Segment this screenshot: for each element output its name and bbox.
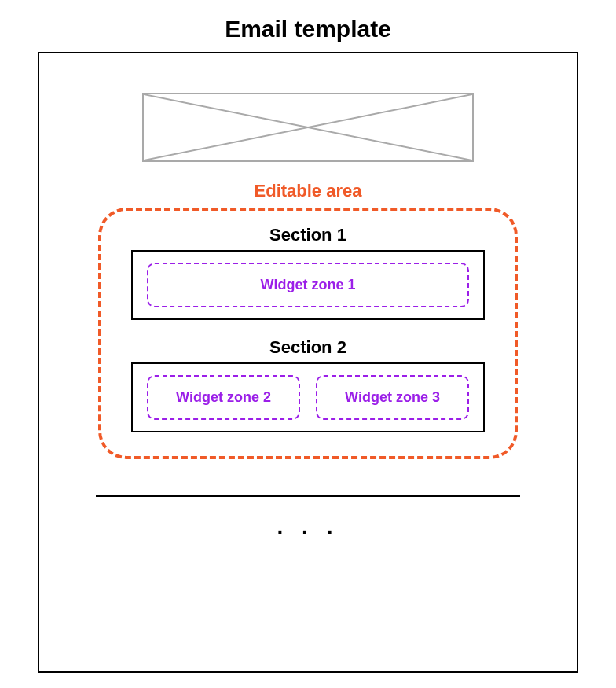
widget-zone-1: Widget zone 1 — [147, 263, 469, 307]
widget-zone-3: Widget zone 3 — [316, 375, 469, 420]
page-title: Email template — [0, 0, 616, 52]
section-2-box: Widget zone 2 Widget zone 3 — [131, 362, 485, 432]
widget-zone-2: Widget zone 2 — [147, 375, 300, 420]
section-1: Section 1 Widget zone 1 — [131, 225, 485, 320]
divider-line — [96, 495, 520, 497]
image-placeholder — [142, 93, 474, 162]
ellipsis-indicator: . . . — [39, 514, 577, 539]
editable-area: Section 1 Widget zone 1 Section 2 Widget… — [98, 208, 518, 459]
section-2: Section 2 Widget zone 2 Widget zone 3 — [131, 337, 485, 432]
placeholder-x-icon — [144, 94, 472, 160]
section-2-title: Section 2 — [131, 337, 485, 358]
email-template-container: Editable area Section 1 Widget zone 1 Se… — [38, 52, 578, 673]
section-1-box: Widget zone 1 — [131, 250, 485, 320]
editable-area-label: Editable area — [39, 181, 577, 201]
section-1-title: Section 1 — [131, 225, 485, 245]
